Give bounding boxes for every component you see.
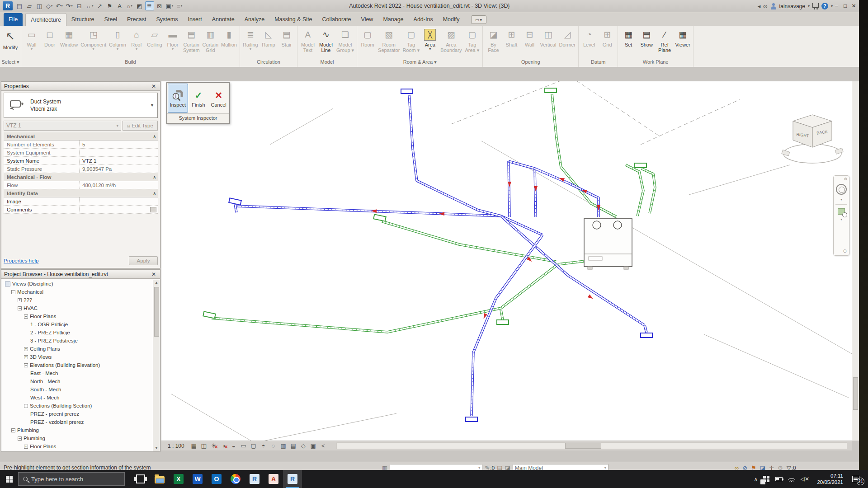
collapse-node-icon[interactable]: – xyxy=(24,404,28,408)
tree-item[interactable]: +3D Views xyxy=(1,450,153,452)
sync-icon[interactable]: ◇▾ xyxy=(45,1,54,10)
tab-collaborate[interactable]: Collaborate xyxy=(317,13,356,26)
chrome-button[interactable] xyxy=(226,470,245,488)
word-button[interactable]: W xyxy=(188,470,207,488)
tab-structure[interactable]: Structure xyxy=(66,13,99,26)
default-3d-view-icon[interactable]: ⌂▾ xyxy=(125,1,134,10)
back-arrow-icon[interactable]: ◂ xyxy=(758,3,761,9)
stair-button[interactable]: ▤Stair xyxy=(278,27,296,58)
dormer-button[interactable]: ◿Dormer xyxy=(557,27,577,58)
curtain-system-button[interactable]: ▤CurtainSystem xyxy=(182,27,201,58)
wifi-icon[interactable] xyxy=(788,477,795,482)
roof-button[interactable]: ⌂Roof▾ xyxy=(127,27,146,58)
measure-icon[interactable]: ↔▾ xyxy=(85,1,94,10)
tag-area-button[interactable]: ▢TagArea ▾ xyxy=(463,27,481,58)
component-button[interactable]: ◳Component▾ xyxy=(79,27,108,58)
temporary-hide-isolate-icon[interactable]: ◓ xyxy=(259,442,269,449)
tree-item[interactable]: PREZ - vzdolzni prerez xyxy=(1,418,153,426)
shaft-button[interactable]: ⊞Shaft xyxy=(502,27,520,58)
taskbar-search[interactable]: Type here to search xyxy=(18,472,125,486)
text-icon[interactable]: A xyxy=(115,1,124,10)
aligned-dimension-icon[interactable]: ↗ xyxy=(95,1,104,10)
area-boundary-button[interactable]: ▨AreaBoundary xyxy=(439,27,463,58)
tab-precast[interactable]: Precast xyxy=(122,13,151,26)
open-icon[interactable]: ▱ xyxy=(25,1,34,10)
tab-file[interactable]: File xyxy=(4,13,23,26)
air-terminal[interactable] xyxy=(229,198,241,205)
tab-view[interactable]: View xyxy=(356,13,378,26)
vertical-opening-button[interactable]: ◫Vertical xyxy=(538,27,557,58)
revit-active-button[interactable]: R xyxy=(283,470,302,488)
tree-item[interactable]: 2 - PREZ Pritlicje xyxy=(1,328,153,337)
switch-windows-icon[interactable]: ▣▾ xyxy=(165,1,175,10)
tree-item[interactable]: West - Mech xyxy=(1,394,153,402)
air-terminal[interactable] xyxy=(203,311,216,318)
air-terminal[interactable] xyxy=(466,417,477,422)
tab-add-ins[interactable]: Add-Ins xyxy=(409,13,438,26)
ceiling-button[interactable]: ▱Ceiling xyxy=(146,27,164,58)
property-section-header[interactable]: Mechanical∧ xyxy=(4,132,158,141)
property-value[interactable] xyxy=(80,197,158,205)
crop-view-icon[interactable]: ▭ xyxy=(239,442,249,449)
expand-node-icon[interactable]: + xyxy=(18,298,22,302)
search-icon[interactable]: ∞ xyxy=(763,3,767,9)
customize-qat-icon[interactable]: ≡▾ xyxy=(175,1,184,10)
property-section-header[interactable]: Identity Data∧ xyxy=(4,189,158,197)
instance-selector[interactable]: VTZ 1 ▾ xyxy=(4,121,121,131)
tree-item[interactable]: South - Mech xyxy=(1,385,153,394)
heat-recovery-unit[interactable] xyxy=(584,219,632,269)
reveal-hidden-icon[interactable]: ◌ xyxy=(269,442,278,449)
model-group-button[interactable]: ❏ModelGroup ▾ xyxy=(335,27,355,58)
expand-node-icon[interactable]: + xyxy=(24,445,28,449)
navbar-collapse-icon[interactable]: ⊖ xyxy=(843,249,849,253)
duct-green-segment[interactable] xyxy=(626,165,643,216)
detail-level-icon[interactable]: ▦ xyxy=(189,442,199,449)
thin-lines-icon[interactable]: ≣ xyxy=(145,1,154,10)
inspect-button[interactable]: iInspect xyxy=(168,84,188,113)
user-menu-caret-icon[interactable]: ▾ xyxy=(808,4,810,8)
recent-documents-icon[interactable]: ▤ xyxy=(15,1,24,10)
tree-item[interactable]: +Ceiling Plans xyxy=(1,345,153,353)
floor-button[interactable]: ▬Floor▾ xyxy=(164,27,182,58)
show-workplane-button[interactable]: ▤Show xyxy=(637,27,656,58)
close-button[interactable]: ✕ xyxy=(849,0,858,12)
minimize-button[interactable]: – xyxy=(832,0,841,12)
tree-item[interactable]: –Elevations (Building Elevation) xyxy=(1,361,153,369)
air-terminal[interactable] xyxy=(373,214,386,221)
constraints-icon[interactable]: ◇ xyxy=(298,442,308,449)
type-selector[interactable]: Duct System Vtocni zrak ▼ xyxy=(4,93,158,118)
collapse-node-icon[interactable]: – xyxy=(11,290,15,294)
scroll-down-icon[interactable]: ▼ xyxy=(153,445,160,451)
project-browser-scrollbar[interactable]: ▲ ▼ xyxy=(153,280,160,451)
tab-annotate[interactable]: Annotate xyxy=(207,13,240,26)
tray-expand-icon[interactable]: ∧ xyxy=(754,476,758,482)
wall-button[interactable]: ▭Wall▾ xyxy=(23,27,41,58)
scroll-thumb[interactable] xyxy=(154,287,159,337)
notification-center[interactable]: 21 xyxy=(852,470,864,488)
model-text-button[interactable]: AModelText xyxy=(299,27,317,58)
save-icon[interactable]: ◫ xyxy=(35,1,44,10)
air-terminal[interactable] xyxy=(497,320,509,324)
railing-button[interactable]: ≣Railing▾ xyxy=(241,27,259,58)
tree-item[interactable]: North - Mech xyxy=(1,377,153,385)
tree-item[interactable]: –Mechanical xyxy=(1,288,153,296)
finish-button[interactable]: ✓Finish xyxy=(189,84,208,113)
air-terminal[interactable] xyxy=(545,88,557,93)
teams-icon[interactable]: 1 xyxy=(763,476,770,483)
vertical-scroll-thumb[interactable] xyxy=(853,377,858,410)
duct-selected-segment[interactable] xyxy=(472,235,542,416)
collapse-node-icon[interactable]: – xyxy=(18,436,22,441)
expand-node-icon[interactable]: + xyxy=(24,355,28,359)
property-value[interactable] xyxy=(80,206,158,213)
air-terminal[interactable] xyxy=(401,89,413,94)
tab-massing-site[interactable]: Massing & Site xyxy=(269,13,317,26)
app-store-cart-icon[interactable] xyxy=(812,3,819,8)
revit-button[interactable]: R xyxy=(245,470,264,488)
tab-insert[interactable]: Insert xyxy=(183,13,207,26)
battery-icon[interactable] xyxy=(775,477,783,481)
tree-item[interactable]: –Floor Plans xyxy=(1,312,153,320)
avatar[interactable] xyxy=(770,3,777,9)
duct-green-segment[interactable] xyxy=(552,94,617,217)
sun-path-icon[interactable]: ☀✕ xyxy=(209,442,219,449)
properties-header[interactable]: Properties ✕ xyxy=(1,82,160,91)
